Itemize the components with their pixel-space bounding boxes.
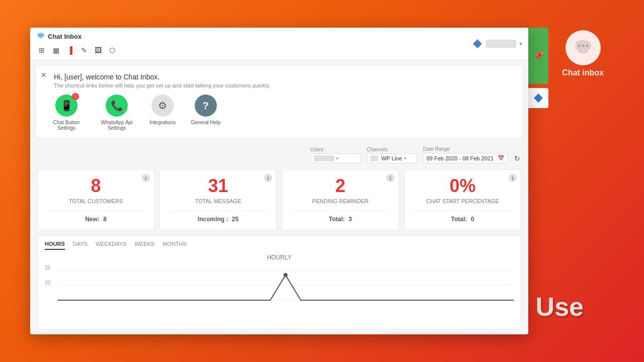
stat-card-pending-reminder: ℹ 2 PENDING REMINDER Total: 3 <box>282 169 399 230</box>
app-title-area: Chat Inbox ⊞ ▦ ▐ ✎ 🖼 ⬡ <box>36 32 118 56</box>
stats-row: ℹ 8 TOTAL CUSTOMERS New: 8 ℹ 31 TOTAL ME… <box>30 166 528 233</box>
users-filter-select[interactable]: ▾ <box>310 153 361 163</box>
topbar-right: ▾ <box>472 38 522 49</box>
brand-logo-text: Chat inbox <box>562 68 604 77</box>
calendar-icon: 📅 <box>498 155 505 161</box>
chart-tabs: HOURS DAYS WEEKDAYS WEEKS MONTHS <box>45 241 514 250</box>
stat-card-chat-start: ℹ 0% CHAT START PERCENTAGE Total: 0 <box>404 169 521 230</box>
tab-hours[interactable]: HOURS <box>45 241 65 250</box>
main-window: Chat Inbox ⊞ ▦ ▐ ✎ 🖼 ⬡ ▾ ✕ Hi, [user <box>30 28 528 334</box>
svg-marker-9 <box>473 39 482 48</box>
action-badge-1: 1 <box>72 93 79 100</box>
stat-sub-message: Incoming : 25 <box>198 216 238 223</box>
stat-sub-label-chat-start: Total: <box>451 216 467 223</box>
edit-nav-icon[interactable]: ✎ <box>78 45 90 56</box>
question-icon: ? <box>195 95 217 117</box>
stat-sub-value-customers: 8 <box>103 216 107 223</box>
chart-title: HOURLY <box>45 254 514 261</box>
stat-sub-value-chat-start: 0 <box>471 216 474 223</box>
stat-card-total-customers: ℹ 8 TOTAL CUSTOMERS New: 8 <box>37 169 154 230</box>
whatsapp-icon-1: 📱 1 <box>55 95 77 117</box>
action-label-3: Integrations <box>149 120 176 125</box>
user-avatar-bar <box>486 40 516 48</box>
image-nav-icon[interactable]: 🖼 <box>93 45 104 56</box>
date-range-filter: Date Range 09 Feb 2020 - 08 Feb 2021 📅 <box>423 146 508 163</box>
stat-label-reminder: PENDING REMINDER <box>312 198 369 204</box>
diamond-sidebar-icon[interactable] <box>528 88 548 108</box>
action-chat-button-settings[interactable]: 📱 1 Chat Button Settings <box>49 95 84 131</box>
users-select-value-placeholder <box>314 155 334 161</box>
svg-point-7 <box>40 35 41 36</box>
gear-icon: ⚙ <box>151 95 174 117</box>
stat-sub-label-reminder: Total: <box>329 216 345 223</box>
stat-label-customers: TOTAL CUSTOMERS <box>69 198 123 204</box>
welcome-banner: ✕ Hi, [user], welcome to Chat Inbox. The… <box>35 65 523 138</box>
chart-nav-icon[interactable]: ▐ <box>64 45 75 56</box>
action-general-help[interactable]: ? General Help <box>191 95 220 131</box>
date-range-label: Date Range <box>423 146 508 152</box>
app-logo-icon <box>36 32 45 41</box>
channel-icon-placeholder <box>370 155 378 161</box>
channels-filter-select[interactable]: WP Line ▾ <box>367 153 417 163</box>
stat-divider-3 <box>290 210 390 211</box>
box-nav-icon[interactable]: ⬡ <box>107 45 118 56</box>
date-range-value: 09 Feb 2020 - 08 Feb 2021 <box>427 155 494 161</box>
stat-value-chat-start: 0% <box>449 177 475 195</box>
stat-info-icon-2[interactable]: ℹ <box>264 174 272 182</box>
topbar: Chat Inbox ⊞ ▦ ▐ ✎ 🖼 ⬡ ▾ <box>30 28 528 60</box>
refresh-button[interactable]: ↻ <box>514 154 520 162</box>
svg-point-6 <box>39 35 40 36</box>
stat-info-icon-1[interactable]: ℹ <box>142 174 150 182</box>
stat-value-customers: 8 <box>91 177 101 195</box>
stat-value-message: 31 <box>208 177 228 195</box>
chart-line-area <box>57 265 514 305</box>
stat-info-icon-3[interactable]: ℹ <box>386 174 394 182</box>
tab-days[interactable]: DAYS <box>73 241 88 250</box>
users-chevron-icon: ▾ <box>336 156 339 161</box>
channels-filter-label: Channels <box>367 147 417 152</box>
svg-point-13 <box>283 273 287 277</box>
tab-weeks[interactable]: WEEKS <box>134 241 154 250</box>
channels-filter: Channels WP Line ▾ <box>367 147 417 163</box>
users-filter: Users ▾ <box>310 147 361 163</box>
nav-icons: ⊞ ▦ ▐ ✎ 🖼 ⬡ <box>36 45 118 56</box>
stat-sub-reminder: Total: 3 <box>329 216 352 223</box>
grid-nav-icon[interactable]: ⊞ <box>36 45 47 56</box>
controls-bar: Users ▾ Channels WP Line ▾ Date Range 09… <box>30 143 528 166</box>
app-title-text: Chat Inbox <box>48 33 82 40</box>
action-integrations[interactable]: ⚙ Integrations <box>149 95 176 131</box>
chart-container: 25 20 <box>45 265 514 305</box>
stat-value-reminder: 2 <box>335 177 345 195</box>
action-label-2: WhatsApp Api Settings <box>99 120 134 131</box>
dashboard-nav-icon[interactable]: ▦ <box>50 45 61 56</box>
line-chart-svg <box>57 265 514 305</box>
svg-point-1 <box>578 45 580 47</box>
stat-sub-value-reminder: 3 <box>349 216 352 223</box>
welcome-actions: 📱 1 Chat Button Settings 📞 WhatsApp Api … <box>44 95 515 131</box>
date-range-select[interactable]: 09 Feb 2020 - 08 Feb 2021 📅 <box>423 153 508 163</box>
tab-months[interactable]: MONTHS <box>163 241 187 250</box>
welcome-subtitle: The shortcut links below will help you g… <box>54 82 515 88</box>
stat-label-message: TOTAL MESSAGE <box>195 198 242 204</box>
svg-marker-4 <box>534 94 543 103</box>
topbar-dropdown-icon[interactable]: ▾ <box>519 40 522 47</box>
welcome-close-button[interactable]: ✕ <box>41 71 47 79</box>
tab-weekdays[interactable]: WEEKDAYS <box>96 241 127 250</box>
stat-divider-2 <box>168 210 268 211</box>
stat-sub-value-message: 25 <box>232 216 238 223</box>
chart-y-label-25: 25 <box>45 265 50 270</box>
stat-divider-4 <box>413 210 513 211</box>
users-filter-label: Users <box>310 147 361 152</box>
svg-point-2 <box>582 45 584 47</box>
svg-point-3 <box>586 45 588 47</box>
stat-sub-label-message: Incoming : <box>198 216 228 223</box>
channels-select-value: WP Line <box>381 155 402 161</box>
green-sidebar-panel: 📌 <box>528 28 548 84</box>
stat-divider-1 <box>46 210 146 211</box>
brand-logo-right: Chat inbox <box>562 30 604 77</box>
stat-info-icon-4[interactable]: ℹ <box>509 174 517 182</box>
action-whatsapp-api[interactable]: 📞 WhatsApp Api Settings <box>99 95 134 131</box>
whatsapp-icon-2: 📞 <box>106 95 128 117</box>
svg-point-8 <box>42 35 43 36</box>
stat-sub-customers: New: 8 <box>85 216 107 223</box>
